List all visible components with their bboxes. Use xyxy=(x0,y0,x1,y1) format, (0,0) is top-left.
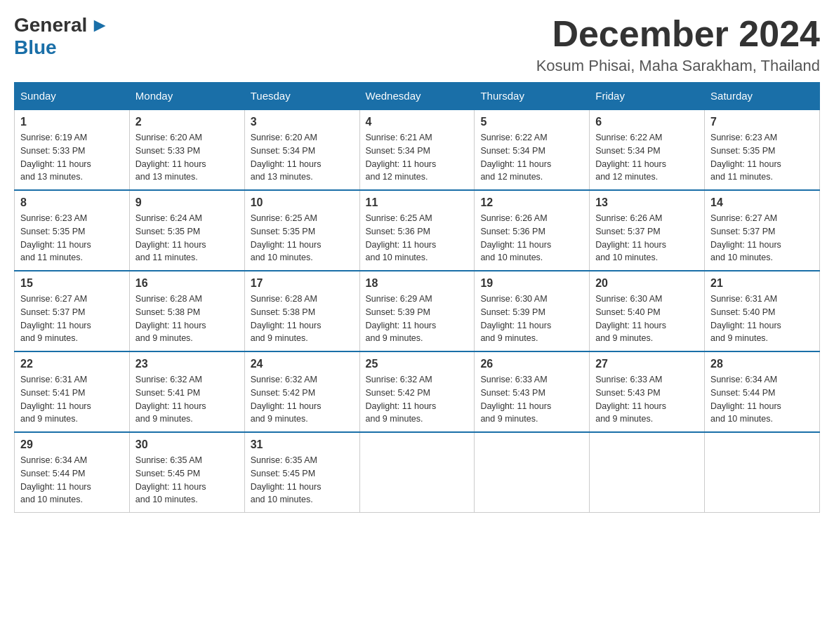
calendar-table: Sunday Monday Tuesday Wednesday Thursday… xyxy=(14,82,820,513)
day-number: 5 xyxy=(480,116,583,128)
calendar-day-cell: 5 Sunrise: 6:22 AMSunset: 5:34 PMDayligh… xyxy=(475,109,590,190)
calendar-day-cell xyxy=(590,432,705,513)
day-number: 8 xyxy=(20,196,124,209)
calendar-week-row: 22 Sunrise: 6:31 AMSunset: 5:41 PMDaylig… xyxy=(15,351,820,432)
day-info: Sunrise: 6:29 AMSunset: 5:39 PMDaylight:… xyxy=(366,293,469,345)
calendar-day-cell: 7 Sunrise: 6:23 AMSunset: 5:35 PMDayligh… xyxy=(705,109,820,190)
calendar-day-cell: 22 Sunrise: 6:31 AMSunset: 5:41 PMDaylig… xyxy=(15,351,130,432)
day-number: 2 xyxy=(135,116,239,128)
calendar-week-row: 15 Sunrise: 6:27 AMSunset: 5:37 PMDaylig… xyxy=(15,271,820,351)
day-info: Sunrise: 6:28 AMSunset: 5:38 PMDaylight:… xyxy=(251,293,354,345)
calendar-day-cell: 12 Sunrise: 6:26 AMSunset: 5:36 PMDaylig… xyxy=(475,190,590,271)
day-info: Sunrise: 6:30 AMSunset: 5:40 PMDaylight:… xyxy=(595,293,699,345)
day-number: 12 xyxy=(480,196,583,209)
calendar-day-cell: 31 Sunrise: 6:35 AMSunset: 5:45 PMDaylig… xyxy=(244,432,359,513)
day-number: 26 xyxy=(480,358,583,370)
header-sunday: Sunday xyxy=(15,83,130,110)
location-title: Kosum Phisai, Maha Sarakham, Thailand xyxy=(536,57,820,75)
day-info: Sunrise: 6:23 AMSunset: 5:35 PMDaylight:… xyxy=(20,212,124,264)
logo-general-text: General xyxy=(14,14,87,36)
calendar-day-cell: 16 Sunrise: 6:28 AMSunset: 5:38 PMDaylig… xyxy=(129,271,244,351)
day-info: Sunrise: 6:25 AMSunset: 5:36 PMDaylight:… xyxy=(366,212,469,264)
day-number: 31 xyxy=(251,438,354,451)
calendar-day-cell xyxy=(475,432,590,513)
day-info: Sunrise: 6:33 AMSunset: 5:43 PMDaylight:… xyxy=(480,373,583,426)
day-info: Sunrise: 6:19 AMSunset: 5:33 PMDaylight:… xyxy=(20,131,124,184)
day-number: 7 xyxy=(710,116,814,128)
calendar-day-cell: 30 Sunrise: 6:35 AMSunset: 5:45 PMDaylig… xyxy=(129,432,244,513)
day-info: Sunrise: 6:35 AMSunset: 5:45 PMDaylight:… xyxy=(135,454,239,507)
day-info: Sunrise: 6:27 AMSunset: 5:37 PMDaylight:… xyxy=(710,212,814,264)
day-number: 23 xyxy=(135,358,239,370)
day-info: Sunrise: 6:22 AMSunset: 5:34 PMDaylight:… xyxy=(480,131,583,184)
day-info: Sunrise: 6:34 AMSunset: 5:44 PMDaylight:… xyxy=(710,373,814,426)
calendar-week-row: 29 Sunrise: 6:34 AMSunset: 5:44 PMDaylig… xyxy=(15,432,820,513)
day-info: Sunrise: 6:32 AMSunset: 5:42 PMDaylight:… xyxy=(251,373,354,426)
day-number: 18 xyxy=(366,277,469,290)
header-monday: Monday xyxy=(129,83,244,110)
day-info: Sunrise: 6:31 AMSunset: 5:40 PMDaylight:… xyxy=(710,293,814,345)
day-info: Sunrise: 6:33 AMSunset: 5:43 PMDaylight:… xyxy=(595,373,699,426)
day-number: 29 xyxy=(20,438,124,451)
day-info: Sunrise: 6:20 AMSunset: 5:33 PMDaylight:… xyxy=(135,131,239,184)
day-info: Sunrise: 6:24 AMSunset: 5:35 PMDaylight:… xyxy=(135,212,239,264)
day-info: Sunrise: 6:32 AMSunset: 5:41 PMDaylight:… xyxy=(135,373,239,426)
page-header: General ► Blue December 2024 Kosum Phisa… xyxy=(14,14,820,75)
day-number: 15 xyxy=(20,277,124,290)
calendar-day-cell: 10 Sunrise: 6:25 AMSunset: 5:35 PMDaylig… xyxy=(244,190,359,271)
day-number: 17 xyxy=(251,277,354,290)
day-number: 27 xyxy=(595,358,699,370)
header-friday: Friday xyxy=(590,83,705,110)
logo-flag-icon: ► xyxy=(90,14,110,36)
calendar-day-cell: 26 Sunrise: 6:33 AMSunset: 5:43 PMDaylig… xyxy=(475,351,590,432)
header-tuesday: Tuesday xyxy=(244,83,359,110)
calendar-day-cell: 14 Sunrise: 6:27 AMSunset: 5:37 PMDaylig… xyxy=(705,190,820,271)
calendar-day-cell: 8 Sunrise: 6:23 AMSunset: 5:35 PMDayligh… xyxy=(15,190,130,271)
day-number: 24 xyxy=(251,358,354,370)
calendar-day-cell xyxy=(705,432,820,513)
day-info: Sunrise: 6:21 AMSunset: 5:34 PMDaylight:… xyxy=(366,131,469,184)
calendar-day-cell: 9 Sunrise: 6:24 AMSunset: 5:35 PMDayligh… xyxy=(129,190,244,271)
calendar-day-cell: 27 Sunrise: 6:33 AMSunset: 5:43 PMDaylig… xyxy=(590,351,705,432)
day-info: Sunrise: 6:27 AMSunset: 5:37 PMDaylight:… xyxy=(20,293,124,345)
day-info: Sunrise: 6:34 AMSunset: 5:44 PMDaylight:… xyxy=(20,454,124,507)
logo-blue-text: Blue xyxy=(14,36,57,59)
month-title: December 2024 xyxy=(536,14,820,54)
day-number: 21 xyxy=(710,277,814,290)
day-info: Sunrise: 6:23 AMSunset: 5:35 PMDaylight:… xyxy=(710,131,814,184)
calendar-day-cell: 11 Sunrise: 6:25 AMSunset: 5:36 PMDaylig… xyxy=(359,190,475,271)
calendar-day-cell: 6 Sunrise: 6:22 AMSunset: 5:34 PMDayligh… xyxy=(590,109,705,190)
day-number: 4 xyxy=(366,116,469,128)
calendar-week-row: 8 Sunrise: 6:23 AMSunset: 5:35 PMDayligh… xyxy=(15,190,820,271)
day-number: 1 xyxy=(20,116,124,128)
calendar-day-cell: 20 Sunrise: 6:30 AMSunset: 5:40 PMDaylig… xyxy=(590,271,705,351)
day-number: 28 xyxy=(710,358,814,370)
calendar-day-cell: 19 Sunrise: 6:30 AMSunset: 5:39 PMDaylig… xyxy=(475,271,590,351)
day-info: Sunrise: 6:25 AMSunset: 5:35 PMDaylight:… xyxy=(251,212,354,264)
day-info: Sunrise: 6:26 AMSunset: 5:36 PMDaylight:… xyxy=(480,212,583,264)
day-number: 10 xyxy=(251,196,354,209)
calendar-day-cell: 24 Sunrise: 6:32 AMSunset: 5:42 PMDaylig… xyxy=(244,351,359,432)
calendar-day-cell: 15 Sunrise: 6:27 AMSunset: 5:37 PMDaylig… xyxy=(15,271,130,351)
day-number: 20 xyxy=(595,277,699,290)
logo: General ► Blue xyxy=(14,14,110,59)
day-number: 9 xyxy=(135,196,239,209)
calendar-day-cell: 29 Sunrise: 6:34 AMSunset: 5:44 PMDaylig… xyxy=(15,432,130,513)
day-info: Sunrise: 6:30 AMSunset: 5:39 PMDaylight:… xyxy=(480,293,583,345)
header-wednesday: Wednesday xyxy=(359,83,475,110)
calendar-day-cell: 28 Sunrise: 6:34 AMSunset: 5:44 PMDaylig… xyxy=(705,351,820,432)
day-info: Sunrise: 6:32 AMSunset: 5:42 PMDaylight:… xyxy=(366,373,469,426)
day-info: Sunrise: 6:31 AMSunset: 5:41 PMDaylight:… xyxy=(20,373,124,426)
calendar-day-cell: 25 Sunrise: 6:32 AMSunset: 5:42 PMDaylig… xyxy=(359,351,475,432)
calendar-day-cell: 1 Sunrise: 6:19 AMSunset: 5:33 PMDayligh… xyxy=(15,109,130,190)
calendar-day-cell: 4 Sunrise: 6:21 AMSunset: 5:34 PMDayligh… xyxy=(359,109,475,190)
calendar-header-row: Sunday Monday Tuesday Wednesday Thursday… xyxy=(15,83,820,110)
day-number: 19 xyxy=(480,277,583,290)
calendar-week-row: 1 Sunrise: 6:19 AMSunset: 5:33 PMDayligh… xyxy=(15,109,820,190)
day-info: Sunrise: 6:20 AMSunset: 5:34 PMDaylight:… xyxy=(251,131,354,184)
day-info: Sunrise: 6:28 AMSunset: 5:38 PMDaylight:… xyxy=(135,293,239,345)
calendar-day-cell: 18 Sunrise: 6:29 AMSunset: 5:39 PMDaylig… xyxy=(359,271,475,351)
title-section: December 2024 Kosum Phisai, Maha Sarakha… xyxy=(536,14,820,75)
day-number: 22 xyxy=(20,358,124,370)
calendar-day-cell: 3 Sunrise: 6:20 AMSunset: 5:34 PMDayligh… xyxy=(244,109,359,190)
